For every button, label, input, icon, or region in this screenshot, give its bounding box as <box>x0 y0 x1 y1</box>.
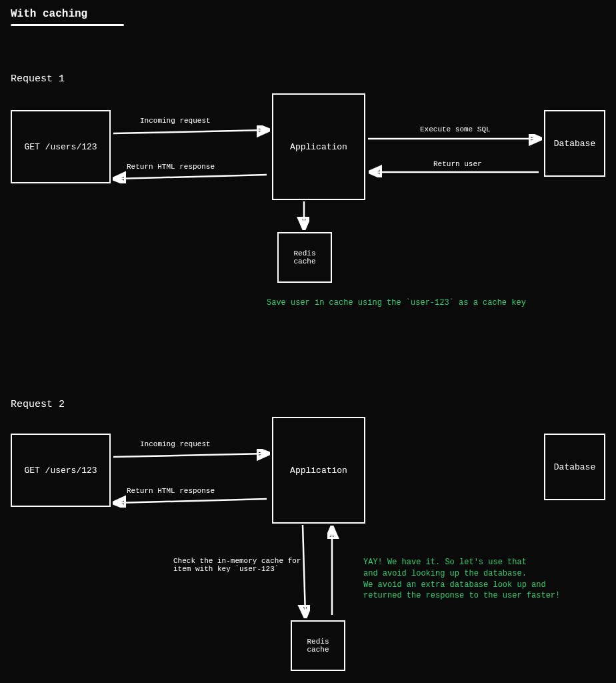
arrow-return-html-1 <box>116 175 267 179</box>
label-check-cache: Check the in-memory cache for item with … <box>173 557 301 573</box>
arrow-app-redis-2-down <box>303 525 305 615</box>
client-box-2: GET /users/123 <box>11 434 111 507</box>
title-underline <box>11 24 124 26</box>
note-yay: YAY! We have it. So let's use that and a… <box>363 557 560 602</box>
label-incoming-1: Incoming request <box>140 117 211 125</box>
arrow-return-html-2 <box>116 499 267 503</box>
label-exec-sql: Execute some SQL <box>420 125 491 133</box>
request-2-heading: Request 2 <box>11 399 65 410</box>
label-incoming-2: Incoming request <box>140 440 211 448</box>
label-return-html-1: Return HTML response <box>127 163 215 171</box>
page-title: With caching <box>11 8 87 20</box>
application-box-1: Application <box>272 93 365 200</box>
database-box-1: Database <box>544 110 605 177</box>
label-return-user: Return user <box>433 160 482 168</box>
arrow-incoming-1 <box>113 130 267 133</box>
request-1-heading: Request 1 <box>11 73 65 85</box>
diagram-canvas: With caching Request 1 GET /users/123 Ap… <box>0 0 616 683</box>
redis-box-2: Redis cache <box>291 620 345 671</box>
label-return-html-2: Return HTML response <box>127 487 215 495</box>
arrow-incoming-2 <box>113 454 267 457</box>
redis-box-1: Redis cache <box>277 232 332 283</box>
note-save-cache: Save user in cache using the `user-123` … <box>267 297 526 309</box>
client-box-1: GET /users/123 <box>11 110 111 183</box>
database-box-2: Database <box>544 434 605 500</box>
application-box-2: Application <box>272 417 365 524</box>
